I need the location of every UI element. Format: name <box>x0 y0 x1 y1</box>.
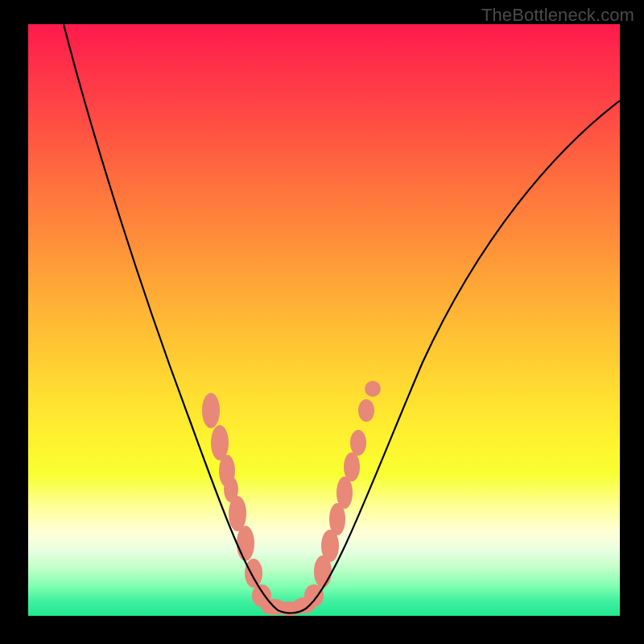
chart-plot-area <box>28 24 620 616</box>
bottleneck-curve-svg <box>28 24 620 616</box>
svg-point-5 <box>237 526 254 561</box>
svg-point-4 <box>229 496 246 531</box>
svg-point-18 <box>358 399 374 422</box>
svg-point-17 <box>350 430 366 456</box>
marker-cluster-right <box>293 381 381 613</box>
svg-point-15 <box>336 477 353 509</box>
svg-point-11 <box>304 584 324 607</box>
svg-point-16 <box>344 452 360 481</box>
svg-point-0 <box>202 393 220 428</box>
watermark-text: TheBottleneck.com <box>481 5 634 26</box>
marker-cluster-left <box>202 393 304 616</box>
svg-point-19 <box>365 381 381 397</box>
svg-point-6 <box>245 559 262 588</box>
